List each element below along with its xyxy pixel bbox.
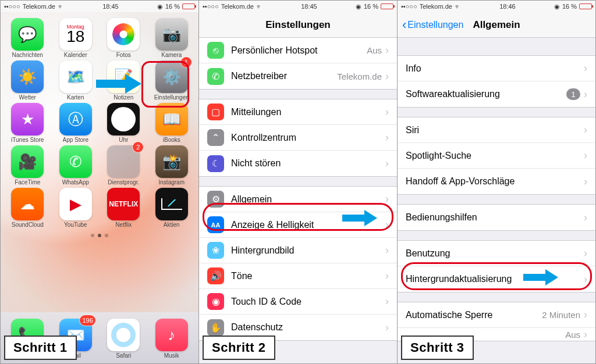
utilities-badge: 2 [133,142,143,152]
appstore-icon: Ⓐ [59,103,92,135]
panel-step2: ••○○○Telekom.deᯤ 18:45 ◉16 % Einstellung… [199,1,398,363]
row-info[interactable]: Info› [398,56,595,81]
chevron-right-icon: › [584,124,587,136]
chevron-right-icon: › [385,295,389,308]
app-youtube[interactable]: ▶YouTube [52,188,100,228]
step-label-3: Schritt 3 [401,336,474,360]
chevron-right-icon: › [584,212,587,224]
app-grid: 💬Nachrichten Montag18Kalender Fotos 📷Kam… [4,18,195,228]
chevron-right-icon: › [584,62,587,74]
nav-header: ‹Einstellungen Allgemein [398,12,595,38]
maps-icon: 🗺️ [59,60,92,93]
row-siri[interactable]: Siri› [398,117,595,143]
status-bar: ••○○○Telekom.deᯤ 18:45 ◉16 % [199,1,397,12]
app-itunes[interactable]: ★iTunes Store [4,103,51,143]
app-soundcloud[interactable]: ☁︎SoundCloud [4,188,51,228]
soundcloud-icon: ☁︎ [11,188,44,220]
app-facetime[interactable]: 🎥FaceTime [4,145,51,185]
chevron-right-icon: › [584,309,587,321]
chevron-right-icon: › [385,219,389,231]
dock-music[interactable]: ♪Musik [148,319,196,359]
chevron-right-icon: › [584,88,587,101]
general-list[interactable]: Info› Softwareaktualisierung1› Siri› Spo… [398,38,595,363]
clock-icon [107,103,140,135]
app-camera[interactable]: 📷Kamera [148,18,196,58]
stocks-icon [155,188,188,220]
chevron-right-icon: › [584,247,587,259]
status-time: 18:45 [102,3,119,10]
whatsapp-icon: ✆ [59,145,92,178]
row-notifications[interactable]: ▢Mitteilungen› [199,99,397,125]
app-photos[interactable]: Fotos [100,18,147,58]
camera-icon: 📷 [155,18,188,51]
row-carrier[interactable]: ✆NetzbetreiberTelekom.de› [199,63,397,89]
home-screen[interactable]: 💬Nachrichten Montag18Kalender Fotos 📷Kam… [1,12,198,363]
app-notes[interactable]: 📝Notizen [100,60,147,101]
row-hotspot[interactable]: ⎋Persönlicher HotspotAus› [199,38,397,63]
status-bar: ••○○○Telekom.deᯤ 18:45 ◉16 % [1,1,198,12]
row-touchid[interactable]: ◉Touch ID & Code› [199,289,397,315]
row-general[interactable]: ⚙Allgemein› [199,187,397,212]
app-whatsapp[interactable]: ✆WhatsApp [52,145,100,185]
settings-badge: 1 [181,57,191,67]
app-clock[interactable]: Uhr [100,103,147,143]
page-indicator [4,234,195,237]
tutorial-container: ••○○○Telekom.deᯤ 18:45 ◉16 % 💬Nachrichte… [0,0,596,364]
app-calendar[interactable]: Montag18Kalender [52,18,100,58]
update-badge: 1 [566,88,580,100]
netflix-icon: NETFLIX [107,188,140,220]
hotspot-icon: ⎋ [207,42,224,59]
chevron-right-icon: › [385,322,389,334]
music-icon: ♪ [155,319,188,351]
utilities-icon: 2 [107,145,140,178]
app-settings[interactable]: ⚙️1Einstellungen [148,60,196,101]
app-netflix[interactable]: NETFLIXNetflix [100,188,147,228]
row-spotlight[interactable]: Spotlight-Suche› [398,143,595,169]
app-stocks[interactable]: Aktien [148,188,196,228]
row-bgrefresh[interactable]: Hintergrundaktualisierung› [398,266,595,292]
row-accessibility[interactable]: Bedienungshilfen› [398,205,595,230]
app-instagram[interactable]: 📸Instagram [148,145,196,185]
carrier-icon: ✆ [207,68,224,85]
settings-list[interactable]: ⎋Persönlicher HotspotAus› ✆Netzbetreiber… [199,38,397,363]
chevron-right-icon: › [385,158,389,170]
row-sounds[interactable]: 🔊Töne› [199,263,397,289]
app-messages[interactable]: 💬Nachrichten [4,18,51,58]
chevron-right-icon: › [385,244,389,256]
back-button[interactable]: ‹Einstellungen [402,20,463,30]
chevron-right-icon: › [385,70,389,83]
row-handoff[interactable]: Handoff & App-Vorschläge› [398,169,595,194]
chevron-right-icon: › [385,44,389,56]
youtube-icon: ▶ [59,188,92,220]
sounds-icon: 🔊 [207,267,224,284]
row-display[interactable]: AAAnzeige & Helligkeit› [199,212,397,238]
chevron-right-icon: › [385,270,389,282]
app-weather[interactable]: ☀️Wetter [4,60,51,101]
row-dnd[interactable]: ☾Nicht stören› [199,151,397,176]
page-title: Einstellungen [265,19,330,31]
settings-icon: ⚙️1 [155,60,188,93]
chevron-right-icon: › [584,149,587,162]
chevron-right-icon: › [584,273,587,286]
app-appstore[interactable]: ⒶApp Store [52,103,100,143]
row-wallpaper[interactable]: ❀Hintergrundbild› [199,238,397,263]
ibooks-icon: 📖 [155,103,188,135]
row-autolock[interactable]: Automatische Sperre2 Minuten› [398,302,595,328]
app-maps[interactable]: 🗺️Karten [52,60,100,101]
app-utilities[interactable]: 2Dienstprogr. [100,145,147,185]
itunes-icon: ★ [11,103,44,135]
status-time: 18:46 [499,3,516,10]
row-softwareupdate[interactable]: Softwareaktualisierung1› [398,81,595,107]
row-usage[interactable]: Benutzung› [398,241,595,266]
row-controlcenter[interactable]: ⌃Kontrollzentrum› [199,125,397,151]
touchid-icon: ◉ [207,293,224,310]
safari-icon [107,319,140,351]
wallpaper-icon: ❀ [207,242,224,259]
instagram-icon: 📸 [155,145,188,178]
chevron-right-icon: › [385,106,389,118]
app-ibooks[interactable]: 📖iBooks [148,103,196,143]
dock-safari[interactable]: Safari [100,319,147,359]
page-title: Allgemein [473,19,520,31]
chevron-right-icon: › [584,329,587,341]
mail-badge: 196 [80,315,95,326]
